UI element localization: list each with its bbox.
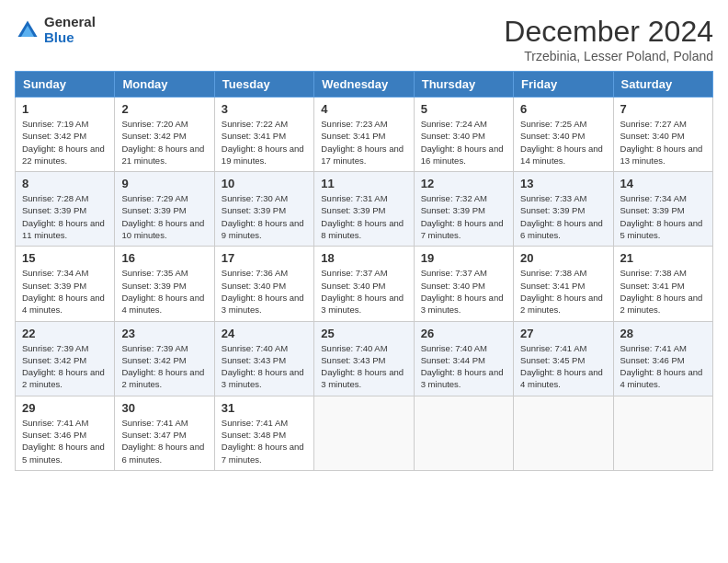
day-number: 14 — [620, 177, 706, 190]
day-number: 18 — [321, 251, 406, 265]
calendar-cell: 3Sunrise: 7:22 AMSunset: 3:41 PMDaylight… — [214, 98, 313, 172]
day-number: 22 — [22, 327, 108, 340]
calendar-cell: 17Sunrise: 7:36 AMSunset: 3:40 PMDayligh… — [214, 247, 313, 321]
day-info: Sunrise: 7:34 AMSunset: 3:39 PMDaylight:… — [22, 267, 108, 316]
calendar-cell — [414, 396, 513, 470]
calendar-cell: 7Sunrise: 7:27 AMSunset: 3:40 PMDaylight… — [613, 98, 712, 172]
day-number: 29 — [22, 401, 108, 415]
calendar-cell — [613, 396, 712, 470]
calendar-cell: 14Sunrise: 7:34 AMSunset: 3:39 PMDayligh… — [613, 172, 712, 247]
calendar-cell: 11Sunrise: 7:31 AMSunset: 3:39 PMDayligh… — [314, 172, 414, 247]
day-number: 4 — [321, 102, 406, 116]
day-info: Sunrise: 7:36 AMSunset: 3:40 PMDaylight:… — [222, 267, 307, 316]
day-number: 9 — [121, 177, 207, 190]
calendar: SundayMondayTuesdayWednesdayThursdayFrid… — [15, 71, 713, 471]
page-header: General Blue December 2024 Trzebinia, Le… — [15, 15, 713, 63]
day-info: Sunrise: 7:22 AMSunset: 3:41 PMDaylight:… — [222, 118, 307, 167]
day-info: Sunrise: 7:30 AMSunset: 3:39 PMDaylight:… — [222, 192, 307, 241]
calendar-header-saturday: Saturday — [613, 72, 712, 98]
day-info: Sunrise: 7:33 AMSunset: 3:39 PMDaylight:… — [520, 192, 606, 241]
calendar-week-row: 1Sunrise: 7:19 AMSunset: 3:42 PMDaylight… — [16, 98, 713, 172]
calendar-header-monday: Monday — [115, 72, 214, 98]
day-info: Sunrise: 7:35 AMSunset: 3:39 PMDaylight:… — [121, 267, 207, 316]
calendar-cell — [514, 396, 613, 470]
day-number: 28 — [620, 327, 706, 340]
day-number: 10 — [222, 177, 307, 190]
day-number: 5 — [421, 102, 506, 116]
day-info: Sunrise: 7:24 AMSunset: 3:40 PMDaylight:… — [421, 118, 506, 167]
day-number: 19 — [421, 251, 506, 265]
day-info: Sunrise: 7:32 AMSunset: 3:39 PMDaylight:… — [421, 192, 506, 241]
calendar-cell: 13Sunrise: 7:33 AMSunset: 3:39 PMDayligh… — [514, 172, 613, 247]
calendar-header-friday: Friday — [514, 72, 613, 98]
day-info: Sunrise: 7:38 AMSunset: 3:41 PMDaylight:… — [620, 267, 706, 316]
day-number: 25 — [321, 327, 406, 340]
calendar-cell: 16Sunrise: 7:35 AMSunset: 3:39 PMDayligh… — [115, 247, 214, 321]
day-info: Sunrise: 7:19 AMSunset: 3:42 PMDaylight:… — [22, 118, 108, 167]
day-info: Sunrise: 7:20 AMSunset: 3:42 PMDaylight:… — [121, 118, 207, 167]
calendar-cell: 26Sunrise: 7:40 AMSunset: 3:44 PMDayligh… — [414, 321, 513, 396]
calendar-cell: 10Sunrise: 7:30 AMSunset: 3:39 PMDayligh… — [214, 172, 313, 247]
calendar-cell: 21Sunrise: 7:38 AMSunset: 3:41 PMDayligh… — [613, 247, 712, 321]
calendar-cell: 9Sunrise: 7:29 AMSunset: 3:39 PMDaylight… — [115, 172, 214, 247]
calendar-cell: 25Sunrise: 7:40 AMSunset: 3:43 PMDayligh… — [314, 321, 414, 396]
day-info: Sunrise: 7:41 AMSunset: 3:46 PMDaylight:… — [22, 417, 108, 465]
day-number: 8 — [22, 177, 108, 190]
day-number: 3 — [222, 102, 307, 116]
day-info: Sunrise: 7:37 AMSunset: 3:40 PMDaylight:… — [421, 267, 506, 316]
calendar-cell: 19Sunrise: 7:37 AMSunset: 3:40 PMDayligh… — [414, 247, 513, 321]
calendar-cell: 31Sunrise: 7:41 AMSunset: 3:48 PMDayligh… — [214, 396, 313, 470]
logo-general-text: General — [44, 15, 96, 30]
calendar-cell: 22Sunrise: 7:39 AMSunset: 3:42 PMDayligh… — [16, 321, 115, 396]
day-info: Sunrise: 7:34 AMSunset: 3:39 PMDaylight:… — [620, 192, 706, 241]
logo-text: General Blue — [44, 15, 96, 45]
calendar-header-tuesday: Tuesday — [214, 72, 313, 98]
calendar-cell: 24Sunrise: 7:40 AMSunset: 3:43 PMDayligh… — [214, 321, 313, 396]
day-number: 20 — [520, 251, 606, 265]
day-info: Sunrise: 7:41 AMSunset: 3:45 PMDaylight:… — [520, 342, 606, 391]
day-info: Sunrise: 7:38 AMSunset: 3:41 PMDaylight:… — [520, 267, 606, 316]
day-info: Sunrise: 7:29 AMSunset: 3:39 PMDaylight:… — [121, 192, 207, 241]
calendar-cell: 6Sunrise: 7:25 AMSunset: 3:40 PMDaylight… — [514, 98, 613, 172]
calendar-cell: 8Sunrise: 7:28 AMSunset: 3:39 PMDaylight… — [16, 172, 115, 247]
title-area: December 2024 Trzebinia, Lesser Poland, … — [504, 15, 713, 63]
day-number: 17 — [222, 251, 307, 265]
day-info: Sunrise: 7:39 AMSunset: 3:42 PMDaylight:… — [22, 342, 108, 391]
calendar-header-thursday: Thursday — [414, 72, 513, 98]
calendar-cell: 28Sunrise: 7:41 AMSunset: 3:46 PMDayligh… — [613, 321, 712, 396]
day-number: 21 — [620, 251, 706, 265]
day-info: Sunrise: 7:39 AMSunset: 3:42 PMDaylight:… — [121, 342, 207, 391]
calendar-cell: 30Sunrise: 7:41 AMSunset: 3:47 PMDayligh… — [115, 396, 214, 470]
month-title: December 2024 — [504, 15, 713, 49]
day-info: Sunrise: 7:41 AMSunset: 3:46 PMDaylight:… — [620, 342, 706, 391]
day-number: 2 — [121, 102, 207, 116]
calendar-cell: 27Sunrise: 7:41 AMSunset: 3:45 PMDayligh… — [514, 321, 613, 396]
day-number: 15 — [22, 251, 108, 265]
day-number: 7 — [620, 102, 706, 116]
day-info: Sunrise: 7:41 AMSunset: 3:48 PMDaylight:… — [222, 417, 307, 465]
calendar-cell: 15Sunrise: 7:34 AMSunset: 3:39 PMDayligh… — [16, 247, 115, 321]
calendar-week-row: 15Sunrise: 7:34 AMSunset: 3:39 PMDayligh… — [16, 247, 713, 321]
day-info: Sunrise: 7:40 AMSunset: 3:44 PMDaylight:… — [421, 342, 506, 391]
day-number: 6 — [520, 102, 606, 116]
calendar-cell: 4Sunrise: 7:23 AMSunset: 3:41 PMDaylight… — [314, 98, 414, 172]
day-number: 26 — [421, 327, 506, 340]
day-info: Sunrise: 7:31 AMSunset: 3:39 PMDaylight:… — [321, 192, 406, 241]
logo-icon — [15, 17, 40, 43]
day-number: 27 — [520, 327, 606, 340]
day-number: 12 — [421, 177, 506, 190]
location: Trzebinia, Lesser Poland, Poland — [504, 49, 713, 63]
day-number: 16 — [121, 251, 207, 265]
day-info: Sunrise: 7:37 AMSunset: 3:40 PMDaylight:… — [321, 267, 406, 316]
calendar-header-row: SundayMondayTuesdayWednesdayThursdayFrid… — [16, 72, 713, 98]
calendar-cell: 2Sunrise: 7:20 AMSunset: 3:42 PMDaylight… — [115, 98, 214, 172]
calendar-cell: 12Sunrise: 7:32 AMSunset: 3:39 PMDayligh… — [414, 172, 513, 247]
calendar-week-row: 29Sunrise: 7:41 AMSunset: 3:46 PMDayligh… — [16, 396, 713, 470]
day-info: Sunrise: 7:23 AMSunset: 3:41 PMDaylight:… — [321, 118, 406, 167]
day-number: 11 — [321, 177, 406, 190]
calendar-header-wednesday: Wednesday — [314, 72, 414, 98]
day-info: Sunrise: 7:27 AMSunset: 3:40 PMDaylight:… — [620, 118, 706, 167]
logo-blue-text: Blue — [44, 30, 96, 46]
day-info: Sunrise: 7:25 AMSunset: 3:40 PMDaylight:… — [520, 118, 606, 167]
day-number: 31 — [222, 401, 307, 415]
